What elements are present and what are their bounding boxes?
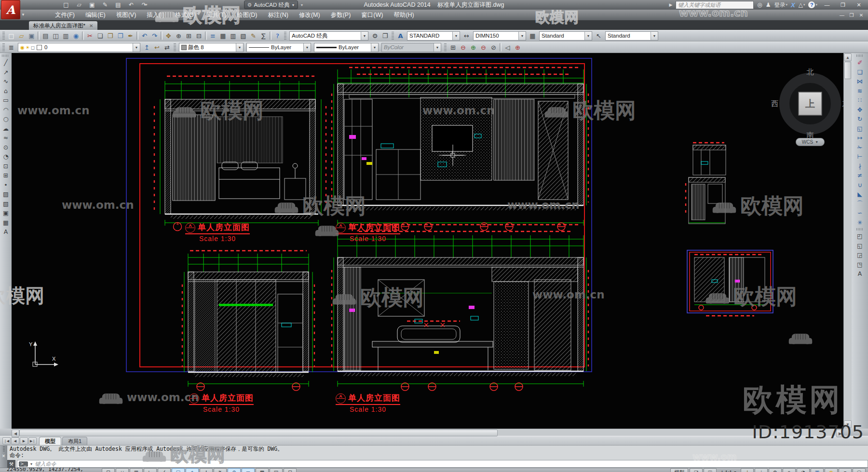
mirror-icon[interactable]: ⋈ [855,77,865,86]
annotation-visibility-icon[interactable]: ⅄ [741,468,754,472]
next-tab-icon[interactable]: ▶ [20,437,28,445]
snap-toggle[interactable]: ∷ [116,468,129,472]
command-close-icon[interactable]: ✕ [2,454,6,459]
menu-item[interactable]: 编辑(E) [81,10,110,20]
tab-close-icon[interactable]: ✕ [89,23,93,28]
save-workspace-icon[interactable]: ❐ [380,31,390,40]
copy-icon[interactable]: ❏ [95,31,105,40]
close-button[interactable]: ✕ [853,1,865,9]
menu-item[interactable]: 修改(M) [294,10,325,20]
sep[interactable] [82,31,84,40]
last-tab-icon[interactable]: ▶❘ [28,437,37,445]
doc-restore-button[interactable]: ❐ [847,12,856,19]
osnap3d-toggle[interactable]: ◈ [186,468,199,472]
auto-annotation-icon[interactable]: ⅄ [755,468,768,472]
menu-item[interactable]: 帮助(H) [389,10,419,20]
sep[interactable] [38,31,40,40]
text-style-icon[interactable]: A [395,31,406,40]
chamfer-icon[interactable]: ◣ [855,189,865,199]
viewport-dialog-icon[interactable]: ⊞ [448,43,458,52]
save-icon[interactable]: ▣ [27,31,37,40]
dim-style-dropdown[interactable]: DIMN150 ▼ [473,31,526,40]
communication-icon[interactable]: ◔ [797,468,810,472]
ucs-previous-icon[interactable]: ⊕ [513,43,523,52]
viewcube-top-face[interactable]: 上 [798,92,822,116]
join-icon[interactable]: ∪ [855,180,865,190]
quick-view-layouts-icon[interactable]: ◫ [704,468,717,472]
mleader-style-dropdown[interactable]: Standard ▼ [605,31,658,40]
dyn-toggle[interactable]: ⊕ [228,468,241,472]
menu-item[interactable]: 插入(I) [142,10,169,20]
restore-button[interactable]: ❐ [837,1,849,9]
menu-item[interactable]: 标注(N) [263,10,293,20]
status-menu-icon[interactable]: ▾ [839,468,852,472]
sign-in-label[interactable]: 登录 [774,1,786,9]
designcenter-icon[interactable]: ▦ [218,31,228,40]
workspace-settings-gear-icon[interactable]: ⚙ [370,31,380,40]
menu-item[interactable]: 绘图(D) [232,10,262,20]
command-input[interactable]: ≻_ ▼ 键入命令 [17,460,868,468]
point-icon[interactable]: • [0,180,11,190]
tab-model[interactable]: 模型 [39,437,61,445]
text-style-dropdown[interactable]: STANDARD ▼ [407,31,460,40]
cut-icon[interactable]: ✂ [85,31,95,40]
plot-icon[interactable]: ▤ [41,31,51,40]
quick-properties-toggle[interactable]: ▤ [270,468,283,472]
tool-palettes-icon[interactable]: ▥ [228,31,238,40]
toolbar-lock-icon[interactable]: ∩ [783,468,796,472]
new-file-icon[interactable]: □ [6,31,16,40]
toolbar-grip[interactable] [174,43,176,51]
scroll-left-icon[interactable]: ◀ [12,430,19,437]
explode-icon[interactable]: ✳ [855,218,865,228]
blend-curves-icon[interactable]: ∽ [855,208,865,218]
search-binoculars-icon[interactable]: ◎ [757,1,762,8]
erase-icon[interactable]: ✐ [855,58,865,67]
exchange-apps-icon[interactable]: X [791,1,795,9]
menu-item[interactable]: 视图(V) [111,10,141,20]
bring-above-icon[interactable]: ◲ [855,250,865,260]
first-tab-icon[interactable]: ❘◀ [2,437,11,445]
qat-plot-icon[interactable]: ▤ [114,1,122,9]
doc-close-button[interactable]: ✕ [856,12,866,19]
toolbar-grip[interactable] [2,43,5,51]
dim-style-icon[interactable]: ↔ [461,31,472,40]
viewcube-north-label[interactable]: 北 [806,67,814,77]
ellipse-icon[interactable]: ⊙ [0,143,11,152]
mleader-style-icon[interactable]: ↖ [594,31,604,40]
toolbar-grip[interactable] [856,54,864,57]
grid-toggle[interactable]: ▦ [130,468,143,472]
revision-cloud-icon[interactable]: ☁ [0,124,11,134]
toolbar-grip[interactable] [2,32,5,40]
trim-icon[interactable]: ✁ [855,143,865,152]
toolbar-grip[interactable] [444,43,447,51]
make-object-layer-current-icon[interactable]: ↥ [142,43,152,52]
array-icon[interactable]: ∷ [855,95,865,105]
layer-states-icon[interactable]: ⇄ [162,43,172,52]
application-menu-arrow-icon[interactable]: ▼ [21,13,25,17]
transparency-toggle[interactable]: ▩ [256,468,269,472]
toolbar-grip[interactable] [392,32,394,40]
application-menu-button[interactable]: A [1,0,20,19]
communication-center-icon[interactable]: △ [799,1,803,8]
send-to-back-icon[interactable]: ◱ [855,241,865,251]
lineweight-dropdown[interactable]: ByLayer ▼ [314,43,379,52]
drawing-canvas[interactable]: 4 Y X A 单人房立面图 Scale [12,53,843,429]
circle-icon[interactable]: ○ [0,114,11,124]
ortho-toggle[interactable]: ∟ [144,468,157,472]
otrack-toggle[interactable]: ✛ [200,468,213,472]
redo-icon[interactable]: ↷ [149,31,160,40]
quickcalc-icon[interactable]: ∑ [258,31,269,40]
break-icon[interactable]: ≠ [855,171,865,180]
pan-icon[interactable]: ✥ [163,31,174,40]
move-icon[interactable]: ✥ [855,105,865,115]
properties-icon[interactable]: ≡ [208,31,218,40]
construction-line-icon[interactable]: ↗ [0,67,11,77]
infocenter-collapse-icon[interactable]: ▶ [669,2,672,7]
viewcube[interactable]: 北 南 西 东 上 [774,67,843,140]
toolbar-grip[interactable] [284,32,286,40]
ucs-icon[interactable]: ◁ [502,43,513,52]
sep[interactable] [136,31,138,40]
table-icon[interactable]: ▦ [0,218,11,228]
help-dropdown-icon[interactable]: ▾ [815,3,817,7]
workspace-switcher[interactable]: ⚙ AutoCAD 经典 ▼ [244,0,298,9]
